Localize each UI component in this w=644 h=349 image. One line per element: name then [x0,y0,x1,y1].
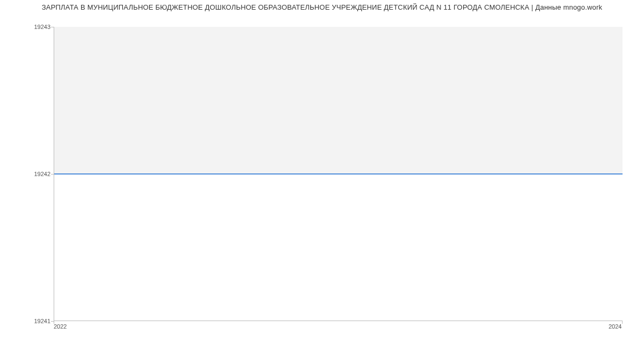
series-line [54,173,623,174]
y-tick-label: 19241 [2,318,50,324]
x-tick-label: 2022 [54,323,67,330]
y-tick-label: 19243 [2,24,50,30]
x-tick-mark [622,321,623,324]
x-tick-label: 2024 [609,323,621,330]
salary-chart: ЗАРПЛАТА В МУНИЦИПАЛЬНОЕ БЮДЖЕТНОЕ ДОШКО… [0,0,644,349]
y-tick-label: 19242 [2,171,50,177]
plot-area [54,27,623,321]
chart-title: ЗАРПЛАТА В МУНИЦИПАЛЬНОЕ БЮДЖЕТНОЕ ДОШКО… [0,3,644,11]
plot-fill-upper [54,27,623,174]
